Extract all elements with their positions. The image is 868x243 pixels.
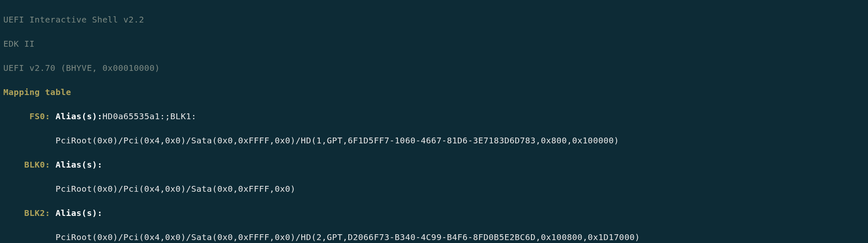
map-entry-blk2-path: PciRoot(0x0)/Pci(0x4,0x0)/Sata(0x0,0xFFF… bbox=[3, 231, 865, 243]
map-entry-fs0-path: PciRoot(0x0)/Pci(0x4,0x0)/Sata(0x0,0xFFF… bbox=[3, 135, 865, 147]
map-label-blk2: BLK2: bbox=[3, 208, 50, 218]
mapping-table-heading: Mapping table bbox=[3, 86, 865, 98]
map-alias-value: HD0a65535a1:;BLK1: bbox=[102, 111, 196, 121]
header-title: UEFI Interactive Shell v2.2 bbox=[3, 14, 865, 26]
map-entry-blk0-path: PciRoot(0x0)/Pci(0x4,0x0)/Sata(0x0,0xFFF… bbox=[3, 183, 865, 195]
map-label-blk0: BLK0: bbox=[3, 160, 50, 170]
map-alias-label: Alias(s): bbox=[50, 208, 102, 218]
map-entry-blk0-header: BLK0: Alias(s): bbox=[3, 159, 865, 171]
map-label-fs0: FS0: bbox=[3, 111, 50, 121]
header-edk: EDK II bbox=[3, 38, 865, 50]
map-entry-fs0-header: FS0: Alias(s):HD0a65535a1:;BLK1: bbox=[3, 110, 865, 123]
map-alias-label: Alias(s): bbox=[50, 111, 102, 121]
header-uefi-ver: UEFI v2.70 (BHYVE, 0x00010000) bbox=[3, 62, 865, 74]
map-entry-blk2-header: BLK2: Alias(s): bbox=[3, 207, 865, 219]
uefi-shell-screen[interactable]: UEFI Interactive Shell v2.2 EDK II UEFI … bbox=[0, 0, 868, 243]
map-alias-label: Alias(s): bbox=[50, 160, 102, 170]
